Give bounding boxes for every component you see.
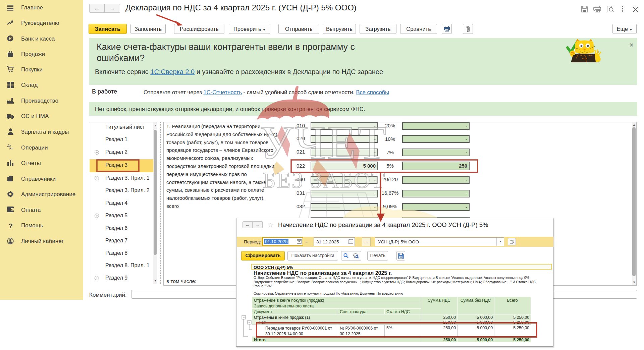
svg-text:₽: ₽ (9, 36, 12, 41)
